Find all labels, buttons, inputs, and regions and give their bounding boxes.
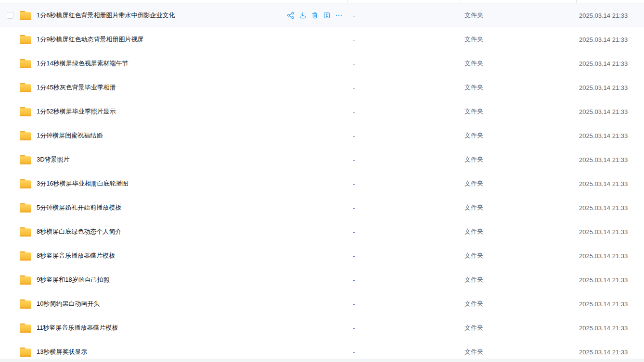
file-size: - [353,84,355,91]
table-row[interactable]: 1分6秒横屏红色背景相册图片带水中倒影企业文化 [0,3,644,27]
file-type: 文件夹 [464,203,483,212]
file-date: 2025.03.14 21:33 [579,349,628,356]
folder-icon [19,226,32,237]
file-date: 2025.03.14 21:33 [579,180,628,187]
file-type: 文件夹 [464,107,483,116]
file-size: - [353,180,355,187]
file-type: 文件夹 [464,324,483,332]
file-size: - [353,252,355,260]
row-actions [287,12,343,19]
file-name[interactable]: 8秒横屏白底绿色动态个人简介 [37,227,121,236]
file-date: 2025.03.14 21:33 [579,84,628,91]
table-row[interactable]: 8秒竖屏音乐播放器碟片模板 - [0,244,644,268]
table-row[interactable]: 1分52秒横屏毕业季照片显示 - [0,100,644,124]
file-type: 文件夹 [464,300,483,308]
file-size: - [353,325,355,332]
file-size: - [353,204,355,212]
file-type: 文件夹 [464,275,483,284]
file-type: 文件夹 [464,348,483,356]
file-name[interactable]: 3分16秒横屏毕业相册白底轮播图 [37,179,129,188]
file-name[interactable]: 1分9秒横屏红色动态背景相册图片视屏 [37,35,143,44]
share-icon[interactable] [287,12,295,19]
folder-icon [19,130,32,141]
rename-icon[interactable] [323,12,331,19]
folder-icon [19,347,32,357]
file-type: 文件夹 [464,155,483,164]
file-type: 文件夹 [464,59,483,68]
folder-icon [19,202,32,213]
file-size: - [353,108,355,115]
table-row[interactable]: 3分16秒横屏毕业相册白底轮播图 [0,172,644,196]
file-name[interactable]: 5分钟横屏婚礼开始前播放模板 [37,203,121,212]
bottom-strip [0,359,644,362]
folder-icon [19,10,32,21]
file-date: 2025.03.14 21:33 [579,325,628,332]
file-date: 2025.03.14 21:33 [579,12,628,19]
file-type: 文件夹 [464,35,483,44]
file-type: 文件夹 [464,251,483,260]
file-size: - [353,60,355,67]
file-name[interactable]: 1分14秒横屏绿色视屏素材端午节 [37,59,129,68]
file-name[interactable]: 11秒竖屏音乐播放器碟片模板 [37,324,118,332]
folder-icon [19,82,32,93]
file-size: - [353,349,355,356]
file-name[interactable]: 10秒简约黑白动画开头 [37,300,100,308]
table-row[interactable]: 1分45秒灰色背景毕业季相册 - [0,75,644,100]
file-date: 2025.03.14 21:33 [579,156,628,163]
file-date: 2025.03.14 21:33 [579,132,628,139]
file-type: 文件夹 [464,179,483,188]
more-icon[interactable] [335,12,343,19]
folder-icon [19,34,32,45]
row-checkbox[interactable] [7,12,13,19]
file-date: 2025.03.14 21:33 [579,204,628,212]
file-size: - [353,132,355,139]
folder-icon [19,178,32,189]
file-size: - [353,156,355,163]
table-row[interactable]: 10秒简约黑白动画开头 - [0,292,644,316]
file-size: - [353,300,355,308]
file-name[interactable]: 1分6秒横屏红色背景相册图片带水中倒影企业文化 [37,11,175,20]
table-row[interactable]: 5分钟横屏婚礼开始前播放模板 - [0,196,644,220]
folder-icon [19,299,32,309]
file-type: 文件夹 [464,11,483,20]
file-size: - [353,36,355,43]
file-manager: 1分6秒横屏红色背景相册图片带水中倒影企业文化 [0,0,644,362]
file-name[interactable]: 9秒竖屏和18岁的自己拍照 [37,275,110,284]
table-row[interactable]: 1分9秒横屏红色动态背景相册图片视屏 [0,27,644,51]
download-icon[interactable] [299,12,307,19]
file-name[interactable]: 13秒横屏奖状显示 [37,348,87,356]
table-row[interactable]: 1分14秒横屏绿色视屏素材端午节 [0,51,644,75]
file-size: - [353,12,355,19]
file-date: 2025.03.14 21:33 [579,60,628,67]
table-row[interactable]: 3D背景照片 - 文件夹 [0,148,644,172]
folder-icon [19,106,32,117]
folder-icon [19,154,32,165]
folder-icon [19,250,32,261]
column-separator-tick [461,0,461,3]
table-row[interactable]: 9秒竖屏和18岁的自己拍照 - [0,268,644,292]
file-size: - [353,228,355,236]
folder-icon [19,323,32,333]
file-date: 2025.03.14 21:33 [579,228,628,236]
folder-icon [19,58,32,69]
file-type: 文件夹 [464,131,483,140]
file-type: 文件夹 [464,227,483,236]
file-size: - [353,276,355,284]
table-row[interactable]: 1分钟横屏闺蜜祝福结婚 - [0,124,644,148]
column-separator-tick [348,0,348,3]
table-row[interactable]: 11秒竖屏音乐播放器碟片模板 - [0,316,644,340]
file-name[interactable]: 3D背景照片 [37,155,70,164]
file-date: 2025.03.14 21:33 [579,276,628,284]
file-name[interactable]: 1分钟横屏闺蜜祝福结婚 [37,131,103,140]
delete-icon[interactable] [311,12,319,19]
table-row[interactable]: 8秒横屏白底绿色动态个人简介 - [0,220,644,244]
file-name[interactable]: 8秒竖屏音乐播放器碟片模板 [37,251,115,260]
file-type: 文件夹 [464,83,483,92]
column-separator-tick [576,0,577,3]
file-name[interactable]: 1分52秒横屏毕业季照片显示 [37,107,116,116]
folder-icon [19,275,32,285]
file-name[interactable]: 1分45秒灰色背景毕业季相册 [37,83,116,92]
file-date: 2025.03.14 21:33 [579,300,628,308]
file-date: 2025.03.14 21:33 [579,36,628,43]
file-date: 2025.03.14 21:33 [579,252,628,260]
